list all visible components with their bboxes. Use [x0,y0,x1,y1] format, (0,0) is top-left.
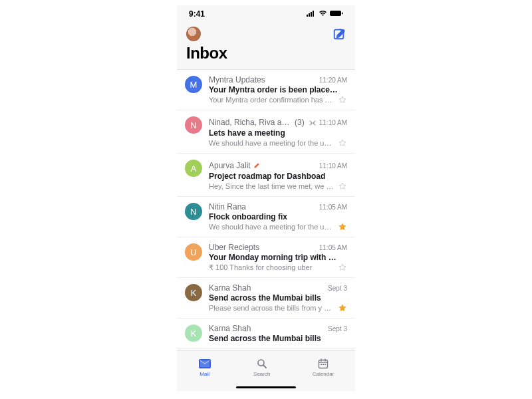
email-row[interactable]: KKarna ShahSept 3Send across the Mumbai … [177,319,355,349]
battery-icon [330,9,343,19]
sender-name: Uber Reciepts [209,243,259,252]
star-icon[interactable] [338,303,347,313]
svg-point-9 [313,122,315,124]
email-row[interactable]: NNinad, Richa, Riva availa…(3)11:10 AMLe… [177,110,355,154]
email-preview: Hey, Since the last time we met, we h… [209,182,334,190]
mail-icon [198,358,211,370]
email-subject: Lets have a meeting [209,128,342,138]
sender-name: Myntra Updates [209,75,265,84]
star-icon[interactable] [338,222,347,231]
email-subject: Flock onboarding fix [209,212,342,221]
tab-bar: Mail Search Calendar [177,350,355,383]
sender-avatar: U [185,243,202,261]
home-indicator[interactable] [177,383,355,391]
status-indicators [307,9,343,19]
star-icon[interactable] [338,182,347,191]
header-row [177,23,355,43]
star-icon[interactable] [338,138,347,148]
svg-point-8 [312,122,313,124]
draft-icon [253,159,260,171]
svg-rect-4 [330,11,341,16]
thread-icon [307,116,317,128]
wifi-icon [319,9,327,19]
email-subject: Send across the Mumbai bills [209,334,342,343]
tab-label: Mail [200,371,209,377]
compose-icon[interactable] [332,27,346,41]
calendar-icon [318,358,329,370]
svg-rect-0 [307,15,308,17]
star-icon[interactable] [338,95,347,104]
sender-name: Apurva Jalit [209,161,251,170]
svg-rect-1 [309,13,310,17]
sender-avatar: N [185,203,202,220]
email-preview: ₹ 100 Thanks for choosing uber [209,263,334,272]
email-row[interactable]: NNitin Rana11:05 AMFlock onboarding fixW… [177,197,355,237]
email-preview: Your Myntra order confirmation has b… [209,96,334,104]
svg-line-12 [263,365,266,368]
email-preview: We should have a meeting for the up… [209,223,334,231]
email-body: Myntra Updates11:20 AMYour Myntra order … [209,75,347,104]
sender-name: Karna Shah [209,283,251,293]
email-list[interactable]: MMyntra Updates11:20 AMYour Myntra order… [177,69,355,350]
svg-rect-3 [313,11,314,17]
email-body: Uber Reciepts11:05 AMYour Monday morning… [209,243,347,272]
svg-rect-2 [311,12,312,17]
phone-frame: 9:41 Inbox MMyntra Updates11:20 AMYour M… [177,5,355,391]
email-time: 11:20 AM [319,76,347,84]
svg-rect-18 [323,364,324,365]
sender-avatar: K [185,325,202,342]
email-time: 11:05 AM [319,203,347,211]
status-bar: 9:41 [177,5,355,23]
page-title: Inbox [177,43,355,69]
email-row[interactable]: AApurva Jalit11:10 AMProject roadmap for… [177,154,355,197]
email-body: Karna ShahSept 3Send across the Mumbai b… [209,283,347,313]
email-row[interactable]: MMyntra Updates11:20 AMYour Myntra order… [177,70,355,110]
email-subject: Your Monday morning trip with Uber [209,253,342,262]
email-preview: We should have a meeting for the up… [209,139,334,147]
email-subject: Send across the Mumbai bills [209,293,342,303]
sender-avatar: K [185,284,202,301]
tab-label: Search [253,371,270,377]
email-body: Karna ShahSept 3Send across the Mumbai b… [209,324,347,343]
email-body: Apurva Jalit11:10 AMProject roadmap for … [209,159,347,191]
search-icon [257,358,267,370]
email-row[interactable]: UUber Reciepts11:05 AMYour Monday mornin… [177,237,355,278]
sender-name: Karna Shah [209,324,251,333]
sender-name: Ninad, Richa, Riva availa… [209,118,292,127]
tab-mail[interactable]: Mail [198,358,211,377]
svg-rect-17 [321,364,322,365]
tab-calendar[interactable]: Calendar [313,358,334,377]
email-subject: Your Myntra order is been placed suc… [209,85,342,94]
email-time: 11:05 AM [319,244,347,251]
tab-label: Calendar [313,371,334,377]
email-preview: Please send across the bills from y … [209,304,334,312]
email-body: Nitin Rana11:05 AMFlock onboarding fixWe… [209,202,347,231]
cellular-icon [307,9,316,19]
sender-avatar: M [185,76,202,93]
email-row[interactable]: KKarna ShahSept 3Send across the Mumbai … [177,278,355,319]
email-subject: Project roadmap for Dashboad [209,172,342,181]
svg-rect-19 [325,364,326,365]
tab-search[interactable]: Search [253,358,270,377]
email-time: 11:10 AM [319,119,347,126]
status-time: 9:41 [189,9,205,19]
profile-avatar[interactable] [186,27,201,41]
email-time: 11:10 AM [319,162,347,170]
svg-point-7 [311,122,312,124]
sender-name: Nitin Rana [209,202,246,211]
star-icon[interactable] [338,263,347,272]
svg-rect-5 [342,13,343,15]
thread-count: (3) [295,118,305,127]
email-time: Sept 3 [328,285,347,292]
sender-avatar: N [185,116,202,134]
email-body: Ninad, Richa, Riva availa…(3)11:10 AMLet… [209,116,347,148]
email-time: Sept 3 [328,325,347,332]
sender-avatar: A [185,160,202,177]
